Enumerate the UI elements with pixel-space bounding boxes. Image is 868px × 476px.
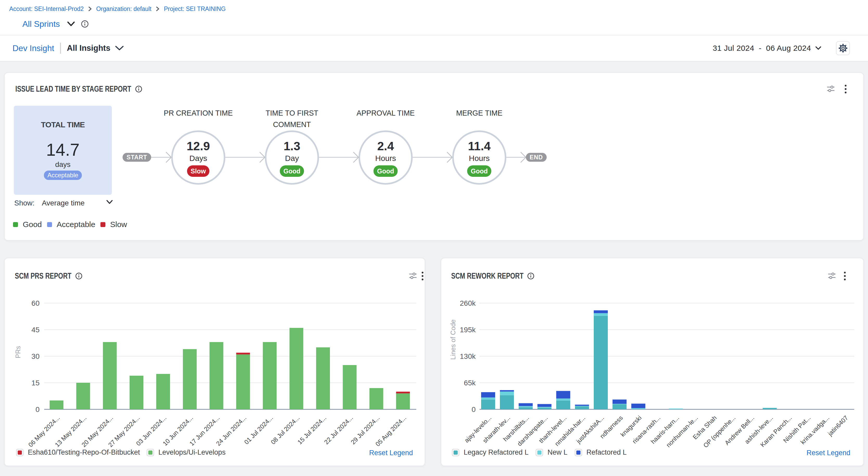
svg-text:30: 30 [31, 352, 39, 360]
svg-text:0: 0 [471, 406, 476, 414]
svg-text:15: 15 [31, 379, 39, 387]
svg-text:260k: 260k [460, 299, 476, 307]
svg-text:60: 60 [31, 299, 39, 307]
svg-text:65k: 65k [464, 379, 476, 387]
svg-text:0: 0 [35, 406, 39, 414]
svg-text:195k: 195k [460, 326, 476, 334]
svg-text:PRs: PRs [14, 346, 22, 358]
svg-text:130k: 130k [460, 352, 476, 360]
svg-text:OP (oppenhe...: OP (oppenhe... [702, 414, 737, 449]
svg-text:Lines of Code: Lines of Code [450, 320, 457, 360]
svg-text:45: 45 [31, 326, 39, 334]
svg-text:jatin6407: jatin6407 [826, 414, 849, 437]
